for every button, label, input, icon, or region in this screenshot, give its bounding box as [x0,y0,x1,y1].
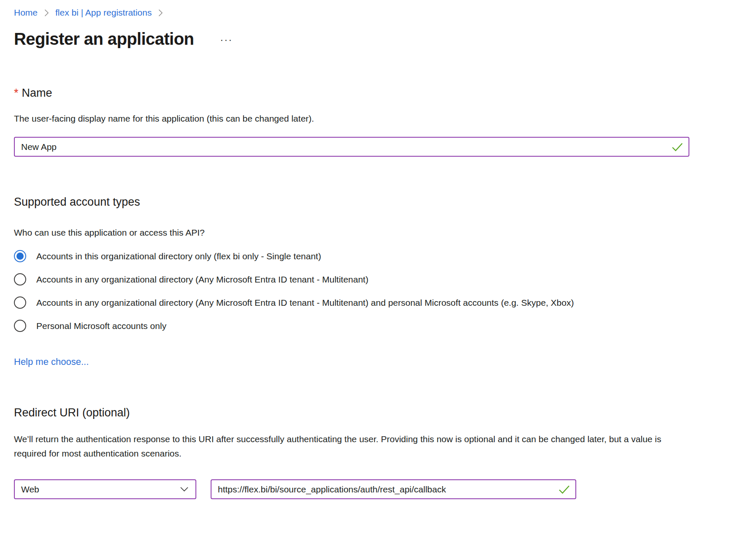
redirect-uri-field-wrap [211,479,576,499]
help-me-choose-link[interactable]: Help me choose... [14,356,89,367]
redirect-uri-description: We’ll return the authentication response… [14,432,686,461]
redirect-uri-row: Web [14,479,732,499]
register-application-page: Home flex bi | App registrations Registe… [0,0,732,560]
radio-button[interactable] [14,296,26,309]
breadcrumb: Home flex bi | App registrations [14,7,732,19]
name-field-label: *Name [14,87,732,100]
account-types-question: Who can use this application or access t… [14,226,732,240]
name-label: Name [22,87,52,99]
radio-option-label: Accounts in any organizational directory… [36,272,369,286]
radio-option-multitenant[interactable]: Accounts in any organizational directory… [14,272,672,286]
radio-button[interactable] [14,273,26,285]
radio-option-label: Accounts in this organizational director… [36,249,321,263]
supported-account-types-heading: Supported account types [14,196,732,209]
breadcrumb-home-link[interactable]: Home [14,7,38,19]
chevron-down-icon [180,487,189,492]
radio-option-multitenant-personal[interactable]: Accounts in any organizational directory… [14,296,672,310]
radio-button[interactable] [14,250,26,262]
title-row: Register an application ··· [14,30,732,49]
name-field-wrap [14,137,689,157]
platform-select[interactable]: Web [14,479,196,499]
app-name-input[interactable] [14,137,689,157]
more-options-icon[interactable]: ··· [218,34,234,46]
required-asterisk: * [14,87,19,99]
radio-button[interactable] [14,320,26,332]
redirect-uri-heading: Redirect URI (optional) [14,406,732,419]
radio-option-label: Accounts in any organizational directory… [36,296,574,310]
name-description: The user-facing display name for this ap… [14,111,732,126]
chevron-right-icon [44,9,49,17]
valid-checkmark-icon [558,485,570,494]
valid-checkmark-icon [672,142,683,151]
account-type-radio-group: Accounts in this organizational director… [14,249,732,333]
radio-option-label: Personal Microsoft accounts only [36,319,166,333]
platform-select-value: Web [21,484,39,495]
chevron-right-icon [158,9,163,17]
page-title: Register an application [14,30,194,49]
redirect-uri-input[interactable] [211,479,576,499]
breadcrumb-app-registrations-link[interactable]: flex bi | App registrations [55,7,152,19]
radio-option-single-tenant[interactable]: Accounts in this organizational director… [14,249,672,263]
radio-option-personal-only[interactable]: Personal Microsoft accounts only [14,319,672,333]
